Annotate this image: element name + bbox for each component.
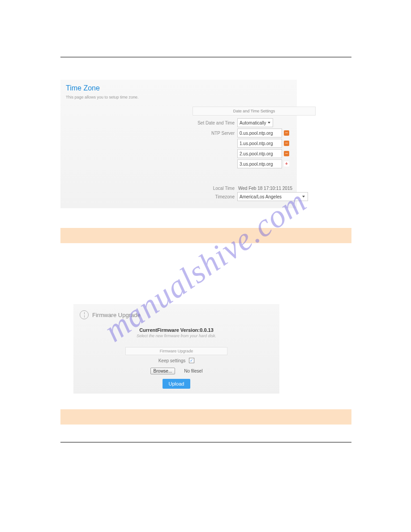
page-divider-top [60, 57, 351, 57]
keep-settings-label: Keep settings [158, 358, 186, 363]
chevron-down-icon [302, 196, 305, 197]
set-date-select[interactable]: Automatically [237, 118, 273, 127]
local-time-label: Local Time [193, 186, 237, 191]
remove-icon[interactable]: – [284, 151, 289, 156]
firmware-panel: Firmware Upgrade CurrentFirmware Version… [73, 304, 279, 394]
timezone-panel: Time Zone This page allows you to setup … [60, 80, 297, 208]
note-bar-2 [60, 409, 351, 425]
firmware-icon [80, 310, 89, 319]
firmware-subtext: Select the new firmware from your hard d… [80, 334, 273, 338]
ntp-input-1[interactable] [237, 139, 282, 148]
timezone-title: Time Zone [66, 84, 291, 92]
remove-icon[interactable]: – [284, 130, 289, 136]
timezone-value: America/Los Angeles [240, 194, 282, 199]
firmware-version: CurrentFirmware Version:0.0.13 [80, 327, 273, 333]
datetime-section-label: Date and Time Settings [193, 107, 316, 116]
timezone-label: Timezone [193, 194, 237, 199]
add-icon[interactable]: + [284, 161, 289, 167]
set-date-value: Automatically [240, 120, 266, 125]
ntp-label: NTP Server [193, 131, 237, 136]
keep-settings-checkbox[interactable]: ✓ [189, 358, 194, 363]
upload-button[interactable]: Upload [163, 379, 191, 389]
page-divider-bottom [60, 442, 351, 442]
browse-button[interactable]: Browse... [150, 368, 176, 374]
timezone-select[interactable]: America/Los Angeles [237, 192, 308, 201]
no-file-label: No filesel [184, 369, 202, 373]
timezone-description: This page allows you to setup time zone. [66, 95, 291, 99]
firmware-header: Firmware Upgrade [80, 310, 273, 319]
local-time-value: Wed Feb 18 17:10:11 2015 [237, 186, 292, 191]
ntp-input-2[interactable] [237, 149, 282, 158]
note-bar-1 [60, 228, 351, 243]
firmware-title: Firmware Upgrade [92, 312, 141, 318]
set-date-label: Set Date and Time [193, 120, 237, 125]
ntp-input-3[interactable] [237, 159, 282, 168]
ntp-input-0[interactable] [237, 129, 282, 137]
timezone-fieldset: Date and Time Settings Set Date and Time… [193, 107, 318, 202]
remove-icon[interactable]: – [284, 141, 289, 146]
firmware-section-label: Firmware Upgrade [125, 347, 227, 355]
chevron-down-icon [268, 122, 270, 124]
